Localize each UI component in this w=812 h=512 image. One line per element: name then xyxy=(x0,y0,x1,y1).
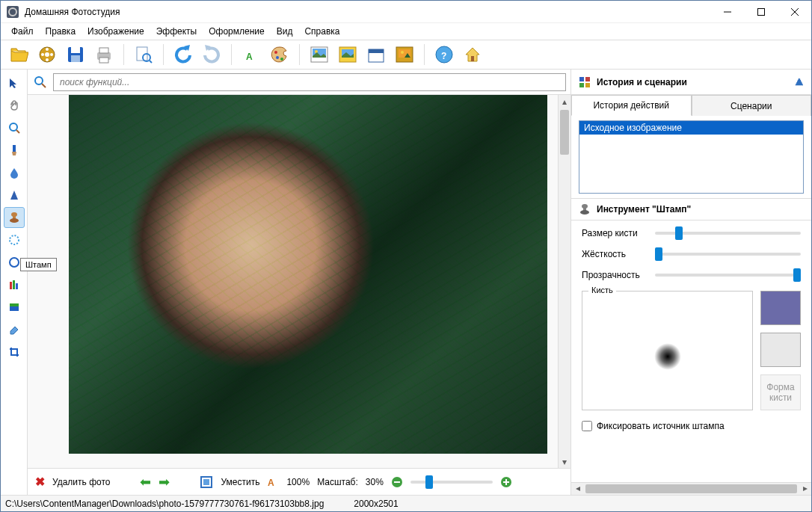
eraser-tool[interactable] xyxy=(4,319,25,340)
menu-file[interactable]: Файл xyxy=(5,25,40,38)
open-button[interactable] xyxy=(7,43,31,67)
opacity-slider[interactable] xyxy=(655,274,801,277)
prev-button[interactable]: ⬅ xyxy=(140,474,151,490)
undo-button[interactable] xyxy=(171,43,195,67)
levels-tool[interactable] xyxy=(4,274,25,295)
zoom-slider[interactable] xyxy=(410,481,493,484)
h-scroll-thumb[interactable] xyxy=(585,484,797,493)
canvas-area: ▴ ▾ xyxy=(28,95,570,468)
search-input[interactable] xyxy=(53,73,566,91)
svg-point-52 xyxy=(35,77,43,84)
history-icon xyxy=(579,76,591,88)
home-button[interactable] xyxy=(461,43,485,67)
menu-edit[interactable]: Правка xyxy=(40,25,82,38)
film-button[interactable] xyxy=(35,43,59,67)
menu-help[interactable]: Справка xyxy=(298,25,345,38)
opacity-handle[interactable] xyxy=(793,268,801,282)
blur-tool[interactable] xyxy=(4,162,25,183)
brush-preview[interactable]: Кисть xyxy=(582,291,753,410)
hardness-slider[interactable] xyxy=(655,253,801,256)
tab-scenarios[interactable]: Сценарии xyxy=(692,95,812,116)
scroll-left-icon[interactable]: ◂ xyxy=(571,483,584,495)
fix-source-checkbox[interactable] xyxy=(582,421,592,431)
menu-design[interactable]: Оформление xyxy=(203,25,270,38)
scroll-up-icon[interactable]: ▴ xyxy=(559,95,570,108)
menu-image[interactable]: Изображение xyxy=(81,25,150,38)
vertical-scrollbar[interactable]: ▴ ▾ xyxy=(558,95,570,468)
svg-point-68 xyxy=(580,210,589,215)
pointer-tool[interactable] xyxy=(4,73,25,93)
fit-label[interactable]: Уместить xyxy=(221,477,259,487)
svg-line-40 xyxy=(16,130,19,133)
delete-label[interactable]: Удалить фото xyxy=(52,477,110,487)
page-zoom-button[interactable] xyxy=(132,43,156,67)
hundred-icon[interactable]: A xyxy=(267,476,279,488)
print-button[interactable] xyxy=(92,43,116,67)
close-button[interactable] xyxy=(778,1,811,23)
svg-rect-49 xyxy=(16,283,18,289)
canvas[interactable] xyxy=(28,95,558,468)
brush-tool[interactable] xyxy=(4,140,25,161)
scroll-right-icon[interactable]: ▸ xyxy=(799,483,811,495)
history-list[interactable]: Исходное изображение xyxy=(579,120,804,194)
help-button[interactable]: ? xyxy=(432,43,456,67)
maximize-button[interactable] xyxy=(744,1,778,23)
svg-point-5 xyxy=(45,52,49,57)
h-scrollbar[interactable]: ◂ ▸ xyxy=(571,482,811,495)
zoom-slider-handle[interactable] xyxy=(425,475,433,489)
sharpen-tool[interactable] xyxy=(4,185,25,206)
palette-button[interactable] xyxy=(268,43,292,67)
zoom-tool[interactable] xyxy=(4,117,25,138)
image2-button[interactable] xyxy=(336,43,360,67)
calendar-button[interactable] xyxy=(364,43,388,67)
fit-icon[interactable] xyxy=(200,475,213,489)
next-button[interactable]: ➡ xyxy=(159,474,170,490)
save-button[interactable] xyxy=(64,43,87,67)
app-icon xyxy=(7,6,19,18)
stamp-tool[interactable] xyxy=(4,207,25,228)
svg-rect-15 xyxy=(99,58,108,63)
crop-tool[interactable] xyxy=(4,342,25,363)
text-button[interactable]: A xyxy=(239,43,263,67)
image1-button[interactable] xyxy=(307,43,331,67)
titlebar: Домашняя Фотостудия xyxy=(1,1,811,23)
menu-view[interactable]: Вид xyxy=(271,25,299,38)
menu-effects[interactable]: Эффекты xyxy=(150,25,203,38)
gradient-tool[interactable] xyxy=(4,297,25,318)
status-dims: 2000x2501 xyxy=(354,499,398,509)
image3-button[interactable] xyxy=(393,43,416,67)
menubar: Файл Правка Изображение Эффекты Оформлен… xyxy=(1,23,811,40)
svg-point-46 xyxy=(10,258,19,267)
tool-palette: Штамп xyxy=(1,70,28,495)
hardness-handle[interactable] xyxy=(655,247,662,261)
svg-rect-58 xyxy=(394,481,400,483)
tool-panel-header: Инструмент "Штамп" xyxy=(571,198,811,220)
hand-tool[interactable] xyxy=(4,95,25,116)
redo-button[interactable] xyxy=(200,43,224,67)
svg-rect-14 xyxy=(99,48,108,53)
color-swatch[interactable] xyxy=(760,291,801,325)
svg-rect-1 xyxy=(757,8,764,15)
tab-history[interactable]: История действий xyxy=(571,95,692,116)
hundred-label[interactable]: 100% xyxy=(286,477,310,487)
zoom-out-button[interactable] xyxy=(391,476,403,488)
collapse-button[interactable]: ⯅ xyxy=(795,77,804,87)
scroll-thumb[interactable] xyxy=(560,110,569,155)
scroll-down-icon[interactable]: ▾ xyxy=(559,455,570,468)
delete-icon[interactable]: ✖ xyxy=(35,475,45,489)
dodge-tool[interactable] xyxy=(4,229,25,250)
svg-point-21 xyxy=(276,56,279,59)
brush-tab-label: Кисть xyxy=(588,286,616,294)
gray-swatch[interactable] xyxy=(760,333,801,367)
svg-point-35 xyxy=(401,51,404,54)
svg-rect-29 xyxy=(369,49,384,53)
svg-point-39 xyxy=(10,123,17,131)
zoom-in-button[interactable] xyxy=(500,476,512,488)
minimize-button[interactable] xyxy=(710,1,744,23)
app-title: Домашняя Фотостудия xyxy=(25,7,710,17)
search-icon xyxy=(32,74,49,90)
size-handle[interactable] xyxy=(675,226,683,240)
brush-shape-button[interactable]: Форма кисти xyxy=(760,374,801,410)
history-item[interactable]: Исходное изображение xyxy=(579,121,803,135)
size-slider[interactable] xyxy=(655,232,801,235)
